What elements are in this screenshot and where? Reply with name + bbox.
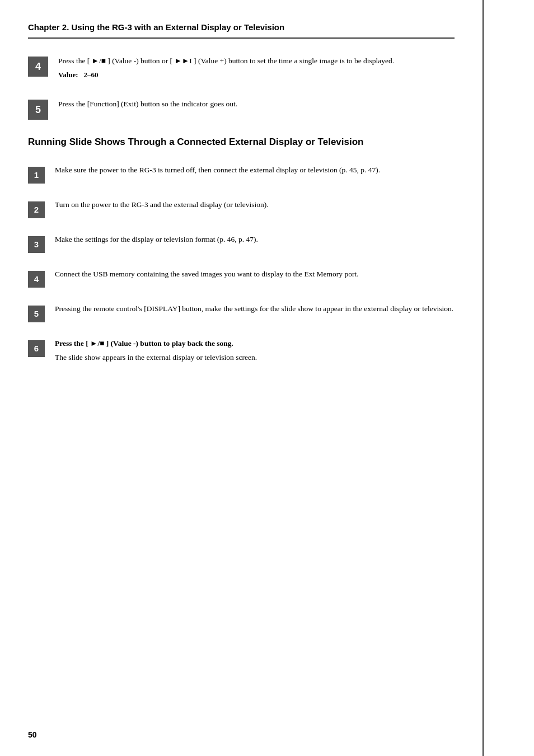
section-steps-group: 1 Make sure the power to the RG-3 is tur…	[28, 165, 455, 366]
step-item: 4 Connect the USB memory containing the …	[28, 269, 455, 288]
step-content-6: Press the [ ►/■ ] (Value -) button to pl…	[55, 338, 455, 366]
step-content-3: Make the settings for the display or tel…	[55, 234, 455, 248]
step-5-sec-line1: Pressing the remote control's [DISPLAY] …	[55, 303, 455, 315]
chapter-header: Chapter 2. Using the RG-3 with an Extern…	[28, 22, 455, 39]
step-badge-6: 6	[28, 340, 45, 357]
section-title: Running Slide Shows Through a Connected …	[28, 135, 455, 149]
step-badge-4: 4	[28, 57, 48, 77]
step-content-5-sec: Pressing the remote control's [DISPLAY] …	[55, 303, 455, 317]
sidebar	[484, 0, 534, 756]
step-item: 5 Pressing the remote control's [DISPLAY…	[28, 303, 455, 322]
step-3-line1: Make the settings for the display or tel…	[55, 234, 455, 246]
page: Chapter 2. Using the RG-3 with an Extern…	[0, 0, 534, 756]
step-4-value: Value: 2–60	[58, 69, 455, 81]
page-number: 50	[28, 730, 37, 739]
step-content-4-sec: Connect the USB memory containing the sa…	[55, 269, 455, 283]
step-item: 3 Make the settings for the display or t…	[28, 234, 455, 253]
step-content-2: Turn on the power to the RG-3 and the ex…	[55, 199, 455, 213]
step-6-line1: Press the [ ►/■ ] (Value -) button to pl…	[55, 338, 455, 350]
step-item: 4 Press the [ ►/■ ] (Value -) button or …	[28, 55, 455, 83]
step-badge-1: 1	[28, 167, 45, 184]
step-badge-4-sec: 4	[28, 271, 45, 288]
step-badge-5-sec: 5	[28, 306, 45, 322]
step-content-4: Press the [ ►/■ ] (Value -) button or [ …	[58, 55, 455, 83]
step-6-line2: The slide show appears in the external d…	[55, 352, 455, 364]
step-item: 5 Press the [Function] (Exit) button so …	[28, 98, 455, 120]
main-content: Chapter 2. Using the RG-3 with an Extern…	[0, 0, 484, 756]
step-4-sec-line1: Connect the USB memory containing the sa…	[55, 269, 455, 280]
step-item: 2 Turn on the power to the RG-3 and the …	[28, 199, 455, 218]
step-item: 1 Make sure the power to the RG-3 is tur…	[28, 165, 455, 184]
step-5-early-line1: Press the [Function] (Exit) button so th…	[58, 98, 455, 110]
early-steps-group: 4 Press the [ ►/■ ] (Value -) button or …	[28, 55, 455, 120]
chapter-title: Chapter 2. Using the RG-3 with an Extern…	[28, 22, 455, 32]
step-item: 6 Press the [ ►/■ ] (Value -) button to …	[28, 338, 455, 366]
step-4-line1: Press the [ ►/■ ] (Value -) button or [ …	[58, 55, 455, 67]
step-1-line1: Make sure the power to the RG-3 is turne…	[55, 165, 455, 176]
step-badge-2: 2	[28, 201, 45, 218]
step-2-line1: Turn on the power to the RG-3 and the ex…	[55, 199, 455, 211]
step-content-5-early: Press the [Function] (Exit) button so th…	[58, 98, 455, 112]
step-content-1: Make sure the power to the RG-3 is turne…	[55, 165, 455, 179]
step-badge-5-early: 5	[28, 100, 48, 120]
step-badge-3: 3	[28, 236, 45, 253]
